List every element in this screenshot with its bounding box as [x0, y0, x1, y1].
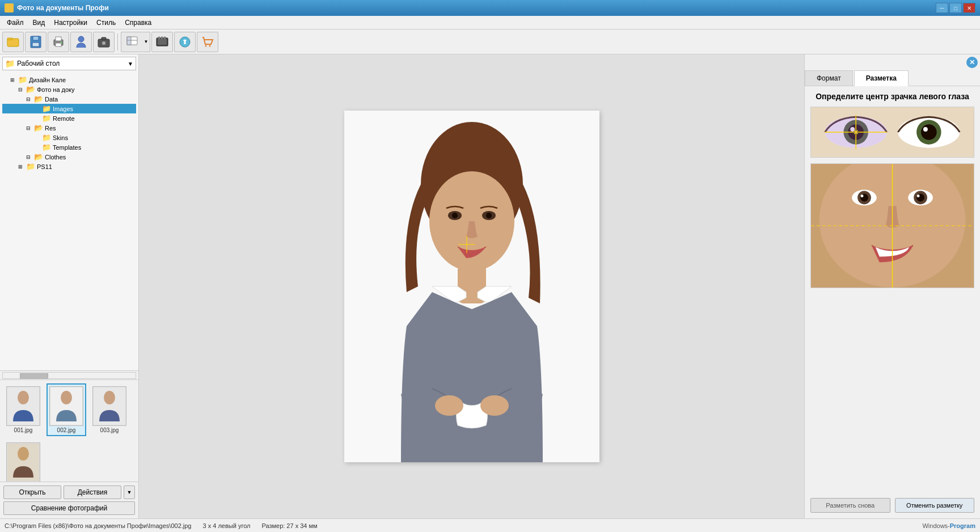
folder-dropdown-icon[interactable]: ▼: [128, 61, 133, 67]
svg-point-31: [104, 391, 115, 404]
tree-item-templates[interactable]: 📁 Templates: [2, 142, 136, 152]
expand-images[interactable]: [34, 105, 42, 112]
folder-icon-templates: 📁: [42, 143, 51, 151]
folder-icon-clothes: 📂: [34, 153, 43, 161]
close-button[interactable]: ✕: [963, 3, 975, 13]
menu-settings[interactable]: Настройки: [49, 18, 92, 28]
svg-point-51: [921, 124, 937, 140]
folder-icon-dizayn: 📁: [18, 75, 27, 84]
tab-format[interactable]: Формат: [805, 70, 853, 86]
folder-icon-data: 📂: [34, 95, 43, 103]
left-panel: 📁 Рабочий стол ▼ ⊞ 📁 Дизайн Кале ⊟ 📂 Фот…: [0, 54, 139, 518]
svg-rect-13: [102, 37, 106, 40]
svg-point-43: [480, 395, 509, 416]
open-button[interactable]: Открыть: [3, 485, 61, 499]
status-format: 3 x 4 левый угол: [202, 522, 250, 529]
expand-ps11[interactable]: ⊞: [18, 164, 26, 170]
template-dropdown-btn[interactable]: ▼: [142, 32, 150, 52]
menu-help[interactable]: Справка: [120, 18, 156, 28]
tab-bar: Формат Разметка: [805, 70, 980, 86]
svg-point-29: [61, 391, 72, 404]
expand-remote[interactable]: [34, 115, 42, 122]
tree-label-templates: Templates: [53, 144, 81, 151]
menu-view[interactable]: Вид: [28, 18, 50, 28]
minimize-button[interactable]: ─: [936, 3, 948, 13]
edit-btn[interactable]: [174, 32, 196, 52]
tree-item-clothes[interactable]: ⊟ 📂 Clothes: [2, 152, 136, 162]
svg-point-52: [923, 127, 928, 132]
svg-rect-20: [161, 37, 163, 39]
thumb-img-photo2: [6, 442, 40, 482]
folder-icon-ps11: 📁: [26, 162, 35, 171]
tree-item-dizayn-kale[interactable]: ⊞ 📁 Дизайн Кале: [2, 75, 136, 85]
tree-view: ⊞ 📁 Дизайн Кале ⊟ 📂 Фото на доку ⊟ 📂 Dat…: [0, 73, 138, 370]
tree-item-data[interactable]: ⊟ 📂 Data: [2, 94, 136, 104]
template-btn-group: ▼: [121, 32, 150, 52]
thumb-photo2[interactable]: Photo 2.jpg: [3, 440, 43, 482]
menu-file[interactable]: Файл: [2, 18, 28, 28]
expand-clothes[interactable]: ⊟: [26, 154, 34, 160]
tree-item-remote[interactable]: 📁 Remote: [2, 113, 136, 123]
person-btn[interactable]: [70, 32, 92, 52]
svg-point-41: [486, 213, 492, 218]
tree-label-remote: Remote: [53, 115, 75, 122]
camera-btn[interactable]: [93, 32, 115, 52]
center-panel: [139, 54, 804, 518]
redo-markup-button[interactable]: Разметить снова: [810, 498, 890, 513]
thumb-img-001: [6, 386, 40, 426]
thumb-001[interactable]: 001.jpg: [3, 383, 43, 436]
film-btn[interactable]: [151, 32, 173, 52]
tree-item-images[interactable]: 📁 Images: [2, 104, 136, 113]
thumb-003[interactable]: 003.jpg: [90, 383, 129, 436]
maximize-button[interactable]: □: [949, 3, 962, 13]
actions-button[interactable]: Действия: [64, 485, 121, 499]
svg-rect-7: [56, 43, 61, 47]
toolbar: ▼: [0, 29, 980, 54]
window-title: Фото на документы Профи: [17, 4, 109, 12]
menu-style[interactable]: Стиль: [92, 18, 120, 28]
svg-rect-4: [32, 43, 39, 47]
tree-item-res[interactable]: ⊟ 📂 Res: [2, 123, 136, 133]
svg-point-33: [18, 447, 29, 461]
expand-res[interactable]: ⊟: [26, 125, 34, 131]
expand-skins[interactable]: [34, 134, 42, 141]
expand-dizayn[interactable]: ⊞: [10, 77, 18, 83]
expand-data[interactable]: ⊟: [26, 96, 34, 102]
main-layout: 📁 Рабочий стол ▼ ⊞ 📁 Дизайн Кале ⊟ 📂 Фот…: [0, 54, 980, 518]
right-panel-close-area: ✕: [805, 54, 980, 70]
right-panel: ✕ Формат Разметка Определите центр зрачк…: [804, 54, 980, 518]
svg-point-9: [78, 36, 84, 42]
tree-item-foto-docs[interactable]: ⊟ 📂 Фото на доку: [2, 85, 136, 94]
status-path: C:\Program Files (x86)\Фото на документы…: [5, 522, 191, 529]
print-btn[interactable]: [48, 32, 69, 52]
tree-item-skins[interactable]: 📁 Skins: [2, 133, 136, 142]
app-icon: [5, 3, 14, 12]
thumb-img-003: [92, 386, 126, 426]
actions-arrow-button[interactable]: ▼: [124, 485, 135, 499]
face-lower-image[interactable]: [810, 163, 974, 288]
cancel-markup-button[interactable]: Отменить разметку: [895, 498, 975, 513]
svg-rect-18: [158, 39, 167, 45]
svg-rect-1: [7, 38, 12, 40]
tree-label-images: Images: [53, 105, 73, 112]
folder-selector[interactable]: 📁 Рабочий стол ▼: [2, 57, 136, 70]
tab-razmetka[interactable]: Разметка: [854, 70, 909, 86]
cart-btn[interactable]: [197, 32, 218, 52]
compare-button[interactable]: Сравнение фотографий: [3, 501, 135, 515]
save-btn[interactable]: [25, 32, 47, 52]
open-folder-btn[interactable]: [2, 32, 24, 52]
template-btn[interactable]: [121, 32, 142, 52]
thumb-label-001: 001.jpg: [14, 427, 33, 433]
tree-hscrollbar[interactable]: [0, 370, 138, 379]
svg-point-27: [18, 391, 29, 404]
expand-templates[interactable]: [34, 143, 42, 151]
tree-item-ps11[interactable]: ⊞ 📁 PS11: [2, 162, 136, 171]
thumb-label-003: 003.jpg: [100, 427, 119, 433]
expand-foto[interactable]: ⊟: [18, 87, 26, 92]
eye-closeup-image[interactable]: [810, 107, 974, 158]
right-panel-close-btn[interactable]: ✕: [966, 57, 978, 68]
thumb-002[interactable]: 002.jpg: [47, 383, 86, 436]
folder-label: Рабочий стол: [17, 60, 128, 67]
status-size: Размер: 27 x 34 мм: [261, 522, 317, 529]
right-panel-content: Определите центр зрачка левого глаза: [805, 86, 980, 492]
